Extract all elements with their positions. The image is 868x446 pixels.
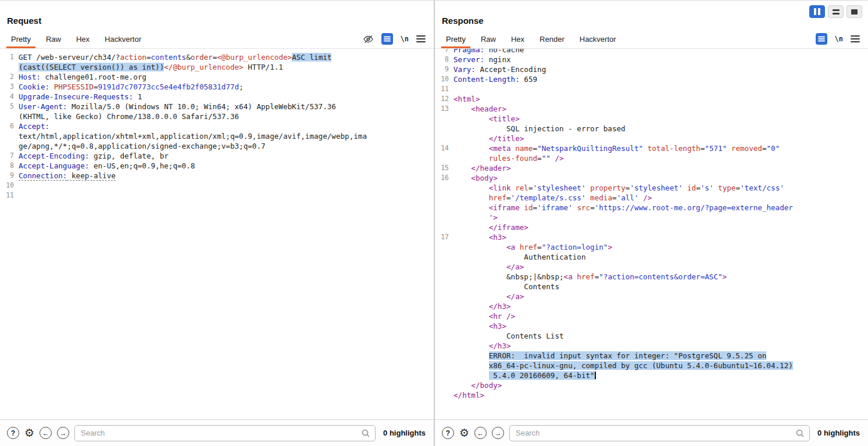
code-line[interactable]: 13 <header> [435, 104, 868, 114]
help-icon[interactable]: ? [7, 427, 19, 439]
line-number: 7 [435, 49, 453, 55]
request-tab-raw[interactable]: Raw [38, 30, 69, 48]
code-line[interactable]: </a> [435, 262, 868, 272]
eye-slash-icon[interactable] [363, 34, 374, 45]
layout-controls [809, 5, 862, 18]
code-line[interactable]: 7Accept-Encoding: gzip, deflate, br [0, 151, 434, 161]
request-tab-hex[interactable]: Hex [69, 30, 97, 48]
code-line[interactable]: <h3> [435, 321, 868, 331]
search-prev-icon[interactable]: ← [474, 427, 487, 439]
code-line[interactable]: 16 <body> [435, 173, 868, 183]
layout-columns-button[interactable] [809, 5, 825, 18]
code-line[interactable]: </h3> [435, 341, 868, 351]
code-line[interactable]: <a href="?action=login"> [435, 242, 868, 252]
code-line[interactable]: 17 <h3> [435, 232, 868, 242]
line-number [0, 62, 19, 72]
code-line[interactable]: 1GET /web-serveur/ch34/?action=contents&… [0, 52, 434, 62]
code-line[interactable]: 11 [435, 84, 868, 94]
code-line[interactable]: 9Connection: keep-alive [0, 171, 434, 181]
settings-gear-icon[interactable]: ⚙ [24, 427, 34, 439]
code-line[interactable]: 6Accept: [0, 121, 434, 131]
response-tab-hex[interactable]: Hex [503, 30, 532, 48]
line-number [435, 262, 453, 272]
line-number: 11 [0, 190, 19, 200]
code-line[interactable]: ge/apng,*/*;q=0.8,application/signed-exc… [0, 141, 434, 151]
code-line[interactable]: 4Upgrade-Insecure-Requests: 1 [0, 92, 434, 102]
code-line[interactable]: </h3> [435, 301, 868, 311]
code-line[interactable]: 14 <meta name="NetsparkQuiltingResult" t… [435, 143, 868, 153]
help-icon[interactable]: ? [442, 427, 454, 439]
line-number: 11 [435, 84, 453, 94]
nonprintable-toggle-icon[interactable]: \n [401, 35, 409, 43]
code-line[interactable]: (cast((SELECT version()) as int))</@burp… [0, 62, 434, 72]
request-search-input[interactable] [74, 425, 376, 441]
layout-rows-button[interactable] [828, 5, 844, 18]
code-line[interactable]: 8Server: nginx [435, 55, 868, 64]
code-line[interactable]: SQL injection - error based [435, 124, 868, 134]
code-line[interactable]: (KHTML, like Gecko) Chrome/138.0.0.0 Saf… [0, 112, 434, 121]
line-number [435, 311, 453, 321]
request-editor[interactable]: 1GET /web-serveur/ch34/?action=contents&… [0, 52, 434, 200]
search-next-icon[interactable]: → [57, 427, 69, 439]
line-number: 4 [0, 92, 19, 102]
search-prev-icon[interactable]: ← [40, 427, 52, 439]
code-line[interactable]: 15 </header> [435, 163, 868, 173]
response-editor[interactable]: 7Pragma: no-cache8Server: nginx9Vary: Ac… [435, 49, 868, 400]
layout-single-button[interactable] [846, 5, 862, 18]
code-line[interactable]: 7Pragma: no-cache [435, 49, 868, 55]
prettify-toggle-icon[interactable] [816, 33, 827, 45]
line-number [435, 351, 453, 361]
prettify-toggle-icon[interactable] [381, 33, 393, 45]
editor-menu-icon[interactable] [851, 35, 860, 43]
response-panel: Response Pretty Raw Hex Render Hackverto… [435, 1, 868, 446]
editor-menu-icon[interactable] [416, 35, 426, 43]
code-line[interactable]: x86_64-pc-linux-gnu, compiled by gcc (Ub… [435, 361, 868, 371]
response-tab-render[interactable]: Render [532, 30, 572, 48]
search-next-icon[interactable]: → [492, 427, 504, 439]
request-highlights-count: 0 highlights [383, 429, 426, 437]
code-line[interactable]: <title> [435, 114, 868, 124]
code-line[interactable]: '> [435, 213, 868, 222]
code-line[interactable]: </html> [435, 390, 868, 400]
response-panel-top: Response [435, 1, 868, 30]
code-line[interactable]: rules-found="" /> [435, 153, 868, 163]
line-number [435, 222, 453, 232]
code-line[interactable]: 5User-Agent: Mozilla/5.0 (Windows NT 10.… [0, 102, 434, 112]
response-tab-hackvertor[interactable]: Hackvertor [572, 30, 624, 48]
line-number [0, 131, 19, 141]
code-line[interactable]: 2Host: challenge01.root-me.org [0, 72, 434, 82]
line-number [435, 193, 453, 203]
code-line[interactable]: </a> [435, 292, 868, 301]
code-line[interactable]: 11 [0, 190, 434, 200]
request-tab-pretty[interactable]: Pretty [3, 30, 38, 48]
response-tab-pretty[interactable]: Pretty [438, 30, 473, 48]
line-number [435, 361, 453, 371]
code-line[interactable]: </body> [435, 380, 868, 390]
response-tab-raw[interactable]: Raw [473, 30, 503, 48]
line-number [435, 321, 453, 331]
nonprintable-toggle-icon[interactable]: \n [835, 35, 843, 43]
settings-gear-icon[interactable]: ⚙ [459, 427, 469, 439]
request-tab-hackvertor[interactable]: Hackvertor [97, 30, 149, 48]
code-line[interactable]: 8Accept-Language: en-US,en;q=0.9,he;q=0.… [0, 161, 434, 171]
code-line[interactable]: ERROR: invalid input syntax for integer:… [435, 351, 868, 361]
code-line[interactable]: &nbsp;|&nbsp;<a href="?action=contents&o… [435, 272, 868, 282]
request-editor-toolbar: \n [363, 33, 434, 45]
code-line[interactable]: 10 [0, 181, 434, 190]
code-line[interactable]: 12<html> [435, 94, 868, 104]
code-line[interactable]: 9Vary: Accept-Encoding [435, 64, 868, 74]
code-line[interactable]: <hr /> [435, 311, 868, 321]
code-line[interactable]: 10Content-Length: 659 [435, 74, 868, 84]
code-line[interactable]: 3Cookie: PHPSESSID=9191d7c70773cc5e4e4fb… [0, 82, 434, 92]
code-line[interactable]: Contents [435, 282, 868, 292]
code-line[interactable]: Contents List [435, 331, 868, 341]
code-line[interactable]: <link rel='stylesheet' property='stylesh… [435, 183, 868, 193]
response-search-input[interactable] [509, 425, 810, 441]
code-line[interactable]: </iframe> [435, 222, 868, 232]
code-line[interactable]: 5.4.0 20160609, 64-bit" [435, 371, 868, 380]
code-line[interactable]: text/html,application/xhtml+xml,applicat… [0, 131, 434, 141]
code-line[interactable]: </title> [435, 134, 868, 143]
code-line[interactable]: <iframe id='iframe' src='https://www.roo… [435, 203, 868, 213]
code-line[interactable]: Authentication [435, 252, 868, 262]
code-line[interactable]: href='/template/s.css' media='all' /> [435, 193, 868, 203]
